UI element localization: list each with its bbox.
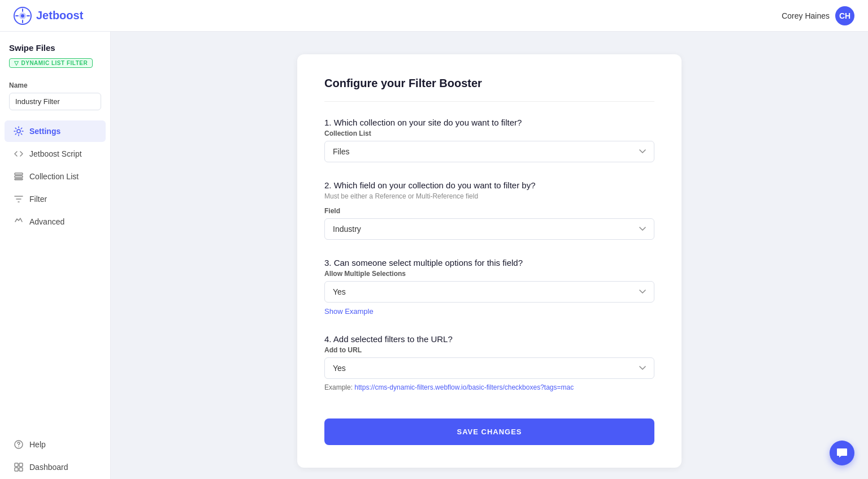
sidebar-nav: Settings Jetboost Script Collection List bbox=[0, 119, 110, 234]
svg-point-8 bbox=[18, 446, 19, 447]
sidebar-item-jetboost-script[interactable]: Jetboost Script bbox=[5, 143, 106, 165]
name-label: Name bbox=[9, 81, 101, 89]
section-3-title: 3. Can someone select multiple options f… bbox=[324, 258, 654, 267]
card-title: Configure your Filter Booster bbox=[324, 77, 654, 102]
svg-rect-5 bbox=[15, 176, 23, 178]
sidebar-item-collection-list-label: Collection List bbox=[29, 172, 79, 181]
filter-icon: ▽ bbox=[14, 60, 19, 66]
show-example-link[interactable]: Show Example bbox=[324, 307, 374, 316]
sidebar-item-filter[interactable]: Filter bbox=[5, 188, 106, 210]
example-link[interactable]: https://cms-dynamic-filters.webflow.io/b… bbox=[354, 383, 574, 391]
section-1-question: Which collection on your site do you wan… bbox=[334, 118, 522, 127]
filter-icon bbox=[14, 194, 24, 204]
sidebar: Swipe Files ▽ DYNAMIC LIST FILTER Name S… bbox=[0, 32, 111, 479]
sidebar-title: Swipe Files bbox=[9, 43, 101, 53]
add-to-url-label: Add to URL bbox=[324, 346, 654, 354]
jetboost-logo-icon bbox=[14, 7, 32, 25]
sidebar-item-dashboard[interactable]: Dashboard bbox=[5, 456, 106, 478]
sidebar-badge: ▽ DYNAMIC LIST FILTER bbox=[9, 58, 93, 68]
settings-icon bbox=[14, 126, 24, 136]
sidebar-item-collection-list[interactable]: Collection List bbox=[5, 166, 106, 187]
field-label: Field bbox=[324, 207, 654, 215]
sidebar-header: Swipe Files ▽ DYNAMIC LIST FILTER bbox=[0, 43, 110, 75]
form-section-3: 3. Can someone select multiple options f… bbox=[324, 258, 654, 316]
collection-icon bbox=[14, 171, 24, 182]
sidebar-item-settings-label: Settings bbox=[29, 127, 60, 136]
sidebar-bottom: Help Dashboard bbox=[0, 433, 110, 479]
user-menu[interactable]: Corey Haines CH bbox=[782, 6, 854, 25]
section-2-question: Which field on your collection do you wa… bbox=[334, 180, 536, 190]
sidebar-item-advanced-label: Advanced bbox=[29, 217, 64, 226]
main-content: Configure your Filter Booster 1. Which c… bbox=[111, 32, 868, 479]
section-2-number: 2. bbox=[324, 180, 334, 190]
avatar[interactable]: CH bbox=[835, 6, 854, 25]
code-icon bbox=[14, 149, 24, 159]
section-1-title: 1. Which collection on your site do you … bbox=[324, 118, 654, 127]
sidebar-item-dashboard-label: Dashboard bbox=[29, 463, 68, 472]
chat-icon bbox=[836, 447, 848, 459]
section-3-question: Can someone select multiple options for … bbox=[334, 258, 523, 267]
advanced-icon bbox=[14, 217, 24, 227]
section-4-title: 4. Add selected filters to the URL? bbox=[324, 334, 654, 344]
collection-list-select[interactable]: Files Blog Posts Products Team Members bbox=[324, 141, 654, 162]
dashboard-icon bbox=[14, 462, 24, 472]
multiple-selections-select[interactable]: Yes No bbox=[324, 281, 654, 303]
svg-rect-12 bbox=[19, 468, 23, 471]
svg-rect-11 bbox=[15, 468, 18, 471]
sidebar-item-jetboost-script-label: Jetboost Script bbox=[29, 149, 82, 158]
name-input[interactable] bbox=[9, 93, 101, 110]
chat-bubble[interactable] bbox=[830, 441, 854, 465]
config-card: Configure your Filter Booster 1. Which c… bbox=[297, 54, 682, 468]
logo-text: Jetboost bbox=[36, 9, 83, 22]
svg-rect-9 bbox=[15, 463, 18, 467]
section-1-number: 1. bbox=[324, 118, 334, 127]
form-section-4: 4. Add selected filters to the URL? Add … bbox=[324, 334, 654, 391]
svg-rect-4 bbox=[15, 173, 23, 175]
sidebar-name-section: Name bbox=[0, 75, 110, 115]
section-3-number: 3. bbox=[324, 258, 334, 267]
svg-point-3 bbox=[17, 130, 20, 133]
sidebar-item-settings[interactable]: Settings bbox=[5, 120, 106, 142]
help-icon bbox=[14, 439, 24, 450]
logo[interactable]: Jetboost bbox=[14, 7, 83, 25]
collection-list-label: Collection List bbox=[324, 130, 654, 137]
svg-rect-10 bbox=[19, 463, 23, 467]
sidebar-item-help[interactable]: Help bbox=[5, 434, 106, 455]
section-4-question: Add selected filters to the URL? bbox=[333, 334, 453, 344]
sidebar-item-help-label: Help bbox=[29, 440, 46, 449]
username: Corey Haines bbox=[782, 11, 830, 20]
section-4-number: 4. bbox=[324, 334, 333, 344]
multiple-selections-label: Allow Multiple Selections bbox=[324, 270, 654, 278]
field-select[interactable]: Industry Category Tags Author bbox=[324, 218, 654, 240]
example-text: Example: https://cms-dynamic-filters.web… bbox=[324, 383, 654, 391]
section-2-sub: Must be either a Reference or Multi-Refe… bbox=[324, 192, 654, 200]
save-button[interactable]: SAVE CHANGES bbox=[324, 418, 654, 445]
add-to-url-select[interactable]: Yes No bbox=[324, 357, 654, 379]
svg-rect-6 bbox=[15, 179, 23, 180]
sidebar-item-advanced[interactable]: Advanced bbox=[5, 211, 106, 232]
form-section-1: 1. Which collection on your site do you … bbox=[324, 118, 654, 162]
topnav: Jetboost Corey Haines CH bbox=[0, 0, 868, 32]
svg-point-2 bbox=[21, 14, 24, 18]
sidebar-item-filter-label: Filter bbox=[29, 195, 47, 204]
section-2-title: 2. Which field on your collection do you… bbox=[324, 180, 654, 190]
form-section-2: 2. Which field on your collection do you… bbox=[324, 180, 654, 240]
